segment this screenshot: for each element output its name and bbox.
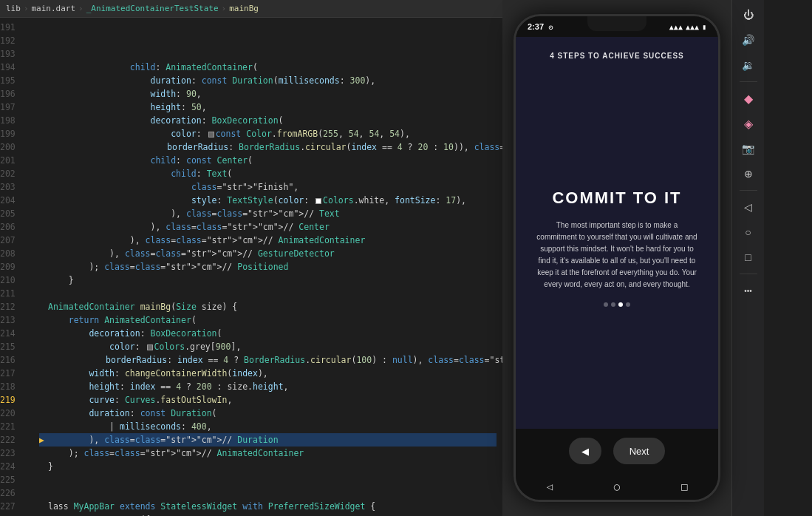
diamond-icon: ◆ — [744, 92, 753, 106]
code-text: borderRadius: index == 4 ? BorderRadius.… — [106, 353, 502, 367]
code-text: return AnimatedContainer( — [69, 313, 197, 327]
power-icon: ⏻ — [743, 9, 754, 21]
arrow-indicator — [39, 380, 48, 393]
code-lines[interactable]: child: AnimatedContainer( duration: cons… — [33, 18, 502, 516]
phone-status-icons: ▲▲▲ ▲▲▲ ▮ — [669, 23, 706, 31]
line-number: 205 — [0, 207, 27, 220]
code-text: duration: const Duration(milliseconds: 3… — [150, 74, 375, 87]
arrow-indicator — [39, 420, 48, 433]
arrow-indicator — [39, 393, 48, 407]
breadcrumb-text: lib — [6, 4, 21, 13]
code-text: borderRadius: BorderRadius.circular(inde… — [167, 140, 502, 154]
code-line: ), class=class="str">"cm">// GestureDete… — [39, 247, 497, 260]
line-number: 227 — [0, 500, 27, 513]
phone-simulator-area: 2:37 ⊙ ▲▲▲ ▲▲▲ ▮ 4 STEPS TO ACHIEVE SUCC… — [502, 0, 731, 516]
code-line: | milliseconds: 400, — [39, 420, 497, 433]
more-button[interactable]: ••• — [735, 279, 762, 302]
arrow-indicator — [39, 500, 48, 513]
next-button[interactable]: Next — [613, 438, 665, 464]
camera-button[interactable]: 📷 — [735, 137, 762, 160]
shape2-button[interactable]: ◈ — [735, 112, 762, 135]
onboarding-header: 4 STEPS TO ACHIEVE SUCCESS — [516, 37, 718, 66]
code-text: child: AnimatedContainer( — [130, 61, 258, 74]
arrow-indicator — [39, 180, 48, 194]
signal-icon: ▲▲▲ — [686, 23, 699, 31]
code-text: | milliseconds: 400, — [109, 420, 212, 433]
onboarding-heading: COMMIT TO IT — [552, 189, 681, 208]
nav-recents-button[interactable]: □ — [735, 245, 762, 269]
eraser-icon: ◈ — [744, 117, 753, 131]
breadcrumb: lib › main.dart › _AnimatedContainerTest… — [0, 0, 502, 18]
code-text: ); class=class="str">"cm">// Positioned — [89, 260, 288, 274]
line-number: 194 — [0, 61, 27, 74]
arrow-indicator — [39, 447, 48, 460]
code-line: width: changeContainerWidth(index), — [39, 367, 497, 380]
phone-notch — [587, 16, 646, 31]
line-number: 206 — [0, 220, 27, 234]
arrow-indicator — [39, 154, 48, 167]
android-home-icon[interactable]: ○ — [614, 481, 620, 492]
code-text: ), class=class="str">"cm">// GestureDete… — [109, 247, 335, 260]
line-number: 208 — [0, 247, 27, 260]
back-button[interactable]: ◀ — [569, 438, 601, 464]
power-button[interactable]: ⏻ — [735, 3, 762, 27]
arrow-indicator — [39, 313, 48, 327]
line-number: 210 — [0, 274, 27, 287]
line-number: 225 — [0, 473, 27, 486]
code-line: return AnimatedContainer( — [39, 313, 497, 327]
arrow-indicator — [39, 367, 48, 380]
phone-nav-buttons: ◀ Next — [516, 429, 718, 473]
code-text: ), class=class="str">"cm">// Text — [171, 207, 340, 220]
line-number: 202 — [0, 167, 27, 180]
nav-recents-icon: □ — [745, 251, 751, 263]
code-line: color: Colors.grey[900], — [39, 340, 497, 353]
shape1-button[interactable]: ◆ — [735, 86, 762, 110]
code-line: const MyAppBar({ — [39, 513, 497, 516]
onboarding-steps-label: 4 STEPS TO ACHIEVE SUCCESS — [528, 52, 706, 60]
code-text: duration: const Duration( — [89, 407, 216, 420]
volume-up-button[interactable]: 🔊 — [735, 28, 762, 52]
code-text: color: const Color.fromARGB(255, 54, 54,… — [171, 127, 410, 140]
android-recents-icon[interactable]: □ — [681, 481, 687, 492]
code-line: ), class=class="str">"cm">// Text — [39, 207, 497, 220]
arrow-indicator — [39, 407, 48, 420]
toolbar-sep-3 — [740, 274, 757, 274]
nav-back-button[interactable]: ◁ — [735, 195, 762, 219]
arrow-indicator — [39, 274, 48, 287]
dot-4 — [626, 302, 630, 307]
wifi-icon: ▲▲▲ — [669, 23, 683, 31]
arrow-indicator — [39, 473, 48, 486]
code-text: ), class=class="str">"cm">// Center — [150, 220, 329, 234]
code-line: ); class=class="str">"cm">// AnimatedCon… — [39, 447, 497, 460]
code-line: lass MyAppBar extends StatelessWidget wi… — [39, 500, 497, 513]
line-number: 223 — [0, 447, 27, 460]
code-content: 1911921931941951961971981992002012022032… — [0, 18, 502, 516]
code-line: class="str">"Finish", — [39, 180, 497, 194]
onboarding-body-text: The most important step is to make a com… — [536, 220, 698, 291]
line-number: 214 — [0, 327, 27, 340]
android-back-icon[interactable]: ◁ — [546, 481, 552, 492]
phone-bottom-nav: ◁ ○ □ — [516, 473, 718, 500]
line-number: 216 — [0, 353, 27, 367]
zoom-button[interactable]: ⊕ — [735, 162, 762, 186]
line-number: 215 — [0, 340, 27, 353]
arrow-indicator — [39, 114, 48, 127]
code-text: const MyAppBar({ — [69, 513, 151, 516]
line-number: 217 — [0, 367, 27, 380]
line-number: 197 — [0, 101, 27, 114]
code-line: } — [39, 460, 497, 473]
code-line: height: index == 4 ? 200 : size.height, — [39, 380, 497, 393]
back-chevron-icon: ◀ — [581, 446, 589, 457]
code-line: duration: const Duration( — [39, 407, 497, 420]
line-number: 204 — [0, 194, 27, 207]
volume-down-button[interactable]: 🔉 — [735, 53, 762, 77]
line-number: 221 — [0, 420, 27, 433]
code-line: ), class=class="str">"cm">// Center — [39, 220, 497, 234]
nav-home-button[interactable]: ○ — [735, 220, 762, 244]
toolbar-sep-2 — [740, 190, 757, 191]
arrow-indicator — [39, 287, 48, 300]
line-number: 219 — [0, 393, 27, 407]
line-numbers: 1911921931941951961971981992002012022032… — [0, 18, 33, 516]
line-number: 218 — [0, 380, 27, 393]
breadcrumb-class: _AnimatedContainerTestState — [86, 4, 219, 13]
